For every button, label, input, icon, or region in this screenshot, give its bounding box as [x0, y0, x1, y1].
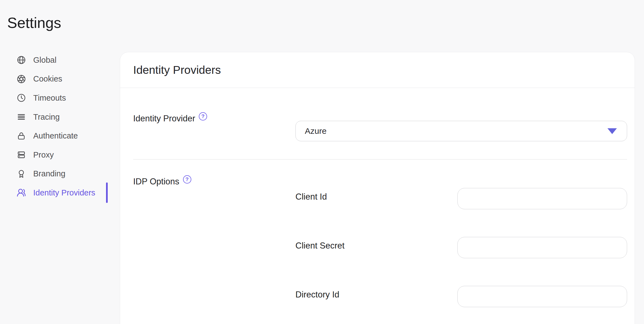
client-id-label: Client Id — [295, 188, 457, 202]
award-icon — [17, 169, 26, 179]
sidebar-item-label: Cookies — [33, 74, 62, 83]
aperture-icon — [17, 74, 26, 84]
sidebar-item-label: Authenticate — [33, 131, 78, 140]
sidebar-item-proxy[interactable]: Proxy — [17, 145, 108, 164]
server-icon — [17, 150, 26, 160]
question-circle-icon[interactable]: ? — [199, 112, 207, 121]
sidebar: Global Cookies Timeouts Tracing Authenti… — [17, 51, 108, 202]
identity-provider-select[interactable]: Azure — [295, 121, 627, 141]
sidebar-item-timeouts[interactable]: Timeouts — [17, 88, 108, 108]
settings-page: Settings Global Cookies Timeouts Tracing… — [0, 0, 644, 324]
identity-provider-section: Identity Provider ? Azure — [133, 113, 627, 141]
question-circle-icon[interactable]: ? — [183, 175, 191, 184]
identity-provider-label: Identity Provider ? — [133, 113, 295, 124]
page-title: Settings — [7, 14, 61, 32]
identity-providers-card: Identity Providers Identity Provider ? A… — [120, 52, 635, 324]
lock-icon — [17, 131, 26, 141]
directory-id-row: Directory Id — [295, 286, 627, 307]
client-secret-input[interactable] — [457, 237, 627, 258]
idp-options-label: IDP Options ? — [133, 176, 295, 187]
sidebar-item-label: Proxy — [33, 150, 54, 160]
sidebar-item-identity-providers[interactable]: Identity Providers — [17, 183, 108, 202]
sidebar-item-label: Branding — [33, 169, 65, 178]
sidebar-item-global[interactable]: Global — [17, 51, 108, 70]
sidebar-item-tracing[interactable]: Tracing — [17, 108, 108, 127]
identity-provider-selected-value: Azure — [305, 126, 326, 136]
sidebar-item-cookies[interactable]: Cookies — [17, 70, 108, 89]
client-secret-row: Client Secret — [295, 237, 627, 258]
directory-id-label: Directory Id — [295, 286, 457, 300]
sidebar-item-label: Global — [33, 56, 56, 65]
card-heading: Identity Providers — [133, 64, 221, 77]
sidebar-item-label: Tracing — [33, 113, 60, 122]
directory-id-input[interactable] — [457, 286, 627, 307]
idp-options-fields: Client Id Client Secret Directory Id — [295, 188, 627, 307]
client-id-input[interactable] — [457, 188, 627, 209]
sidebar-item-branding[interactable]: Branding — [17, 164, 108, 184]
section-divider — [133, 159, 627, 160]
clock-icon — [17, 93, 26, 103]
sidebar-item-label: Identity Providers — [33, 188, 95, 197]
card-body: Identity Provider ? Azure IDP Options — [120, 113, 635, 307]
idp-options-section: IDP Options ? Client Id Client Secret — [133, 176, 627, 307]
sidebar-item-label: Timeouts — [33, 93, 66, 103]
chevron-down-icon — [607, 128, 617, 134]
sidebar-item-authenticate[interactable]: Authenticate — [17, 126, 108, 145]
client-id-row: Client Id — [295, 188, 627, 209]
lines-icon — [17, 112, 26, 122]
users-icon — [17, 188, 26, 197]
card-header: Identity Providers — [120, 52, 635, 88]
globe-icon — [17, 55, 26, 65]
active-indicator-bar — [106, 182, 108, 203]
client-secret-label: Client Secret — [295, 237, 457, 251]
